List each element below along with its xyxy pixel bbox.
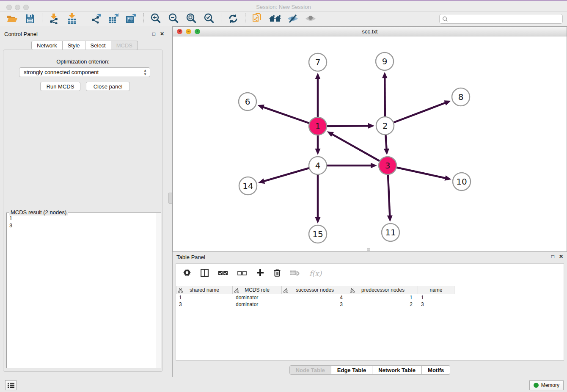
table-row[interactable]: 3dominator323 (176, 301, 564, 308)
graph-edge-arrowhead (384, 149, 389, 155)
import-table-icon[interactable] (66, 12, 78, 25)
node-table: shared nameMCDS rolesuccessor nodesprede… (176, 286, 564, 308)
graph-node-label: 3 (385, 160, 391, 171)
select-all-icon[interactable] (218, 270, 228, 277)
optimization-criterion-value: strongly connected component (24, 69, 99, 75)
status-bar: Memory (0, 377, 567, 392)
zoom-out-icon[interactable] (167, 12, 180, 25)
refresh-icon[interactable] (227, 12, 239, 25)
tab-node-table[interactable]: Node Table (289, 365, 331, 375)
graph-node-label: 4 (315, 160, 321, 171)
first-neighbors-icon[interactable] (269, 12, 281, 25)
column-header-label: successor nodes (282, 287, 348, 293)
zoom-selected-icon[interactable] (203, 12, 215, 25)
table-cell[interactable]: 1 (176, 294, 233, 301)
graph-node-label: 9 (382, 56, 388, 66)
column-header-MCDS-role[interactable]: MCDS role (233, 286, 282, 294)
table-cell[interactable]: 1 (418, 294, 454, 301)
list-icon (8, 382, 14, 388)
optimization-criterion-select[interactable]: strongly connected component ▲▼ (19, 67, 150, 77)
graph-edge-arrowhead (315, 149, 321, 155)
graph-node-label: 11 (385, 227, 396, 237)
memory-label: Memory (541, 382, 559, 388)
control-panel-close-icon[interactable]: ✕ (160, 31, 164, 37)
column-header-label: predecessor nodes (348, 287, 418, 293)
graph-edge-arrowhead (258, 105, 264, 110)
function-builder-icon[interactable]: f(x) (309, 269, 322, 278)
settings-gear-icon[interactable] (183, 269, 191, 278)
export-network-icon[interactable] (90, 12, 102, 25)
table-row[interactable]: 1dominator411 (176, 294, 564, 301)
mcds-result-title: MCDS result (2 nodes) (9, 209, 68, 215)
network-window-titlebar[interactable]: ✕ − + scc.txt (173, 27, 567, 36)
show-all-icon[interactable] (304, 12, 317, 25)
table-cell[interactable]: 3 (282, 301, 348, 308)
graph-node-label: 2 (383, 121, 388, 131)
main-toolbar (0, 11, 567, 26)
table-toolbar: f(x) (176, 264, 564, 283)
mcds-result-item: 3 (9, 222, 12, 229)
export-image-icon[interactable] (125, 12, 138, 25)
tab-network[interactable]: Network (31, 41, 63, 50)
window-title: Session: New Session (0, 4, 567, 10)
delete-row-icon[interactable] (274, 269, 281, 279)
search-input[interactable] (439, 14, 563, 24)
tab-select[interactable]: Select (85, 41, 111, 50)
tab-motifs[interactable]: Motifs (422, 365, 450, 375)
tab-mcds[interactable]: MCDS (111, 41, 138, 50)
table-panel-close-icon[interactable]: ✕ (559, 254, 563, 259)
add-row-icon[interactable] (256, 269, 264, 278)
mcds-result-list: 1 3 (9, 215, 12, 229)
table-tabs: Node Table Edge Table Network Table Moti… (173, 365, 567, 375)
run-mcds-button[interactable]: Run MCDS (40, 82, 80, 91)
column-header-predecessor-nodes[interactable]: predecessor nodes (348, 286, 418, 294)
search-icon (442, 16, 448, 22)
tab-edge-table[interactable]: Edge Table (331, 365, 372, 375)
splitter-grip[interactable] (168, 193, 172, 204)
graph-edge-arrowhead (382, 72, 388, 78)
table-cell[interactable]: 2 (348, 301, 418, 308)
export-table-icon[interactable] (107, 12, 120, 25)
network-resize-grip[interactable] (367, 248, 370, 251)
table-cell[interactable]: dominator (233, 294, 282, 301)
control-panel-tabs: Network Style Select MCDS (31, 41, 138, 50)
graph-edge-3-1[interactable] (332, 134, 388, 166)
result-scrollbar[interactable] (156, 213, 161, 368)
toolbar-separator (84, 13, 84, 24)
graph-svg[interactable]: 7968124314101511 (173, 36, 567, 251)
open-session-icon[interactable] (6, 12, 19, 25)
delete-table-icon[interactable] (290, 270, 300, 278)
table-panel-float-icon[interactable]: □ (551, 254, 554, 259)
deselect-all-icon[interactable] (237, 270, 247, 277)
column-header-shared-name[interactable]: shared name (176, 286, 233, 294)
table-cell[interactable]: dominator (233, 301, 282, 308)
new-network-from-selection-icon[interactable] (251, 12, 264, 25)
column-header-label: shared name (176, 287, 232, 293)
network-view-window: ✕ − + scc.txt 7968124314101511 (173, 26, 567, 252)
control-panel-float-icon[interactable]: □ (152, 31, 155, 37)
task-history-button[interactable] (5, 380, 17, 390)
zoom-fit-icon[interactable] (185, 12, 198, 25)
graph-edge-2-8[interactable] (385, 102, 446, 126)
tab-style[interactable]: Style (63, 41, 85, 50)
column-header-name[interactable]: name (418, 286, 454, 294)
select-stepper-icon: ▲▼ (143, 69, 147, 76)
table-cell[interactable]: 3 (176, 301, 233, 308)
column-chooser-icon[interactable] (201, 269, 209, 279)
save-session-icon[interactable] (24, 12, 36, 25)
table-cell[interactable]: 1 (348, 294, 418, 301)
column-tree-icon (234, 288, 239, 294)
hide-selected-icon[interactable] (286, 12, 299, 25)
graph-edge-arrowhead (445, 175, 451, 181)
table-cell[interactable]: 4 (282, 294, 348, 301)
column-header-successor-nodes[interactable]: successor nodes (282, 286, 348, 294)
memory-button[interactable]: Memory (529, 380, 564, 390)
table-panel-title: Table Panel (176, 254, 205, 260)
tab-network-table[interactable]: Network Table (372, 365, 422, 375)
zoom-in-icon[interactable] (149, 12, 162, 25)
graph-node-label: 10 (456, 177, 467, 187)
table-body: 1dominator4113dominator323 (176, 294, 564, 308)
table-cell[interactable]: 3 (418, 301, 454, 308)
close-panel-button[interactable]: Close panel (86, 82, 130, 91)
import-network-icon[interactable] (48, 12, 61, 25)
